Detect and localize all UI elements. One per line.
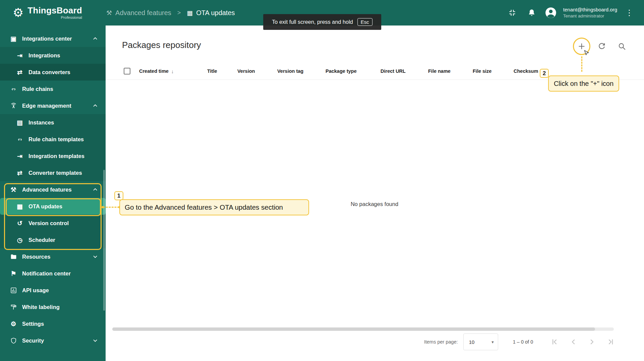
kebab-menu-icon[interactable]: ⋮ [625, 8, 634, 17]
sidebar-item-resources[interactable]: Resources [0, 248, 106, 265]
notifications-button[interactable] [525, 6, 538, 19]
column-header-file-size[interactable]: File size [473, 62, 491, 80]
column-header-created-time[interactable]: Created time ↓ [139, 62, 174, 80]
sidebar-item-notification-center[interactable]: ⚑ Notification center [0, 265, 106, 282]
next-page-button[interactable] [585, 334, 599, 349]
sidebar-scrollbar[interactable] [103, 170, 105, 311]
sidebar-item-label: Resources [22, 254, 50, 260]
rule-chains-icon: ‹·› [9, 87, 17, 91]
column-header-checksum[interactable]: Checksum [514, 62, 538, 80]
converter-templates-icon: ⇄ [16, 170, 24, 176]
sidebar-item-label: API usage [22, 287, 49, 294]
exit-fullscreen-button[interactable] [506, 6, 519, 19]
integrations-icon: ⇥ [16, 52, 24, 59]
select-caret-icon: ▾ [491, 340, 494, 345]
paginator: Items per page: 10 ▾ 1 – 0 of 0 [424, 333, 618, 351]
search-icon [618, 42, 626, 51]
items-per-page-value: 10 [469, 339, 475, 345]
sidebar-item-label: White labeling [22, 304, 60, 310]
sidebar-item-label: Settings [22, 321, 44, 327]
esc-key-badge: Esc [357, 18, 372, 26]
sidebar-item-integrations[interactable]: ⇥ Integrations [0, 47, 106, 64]
first-page-button[interactable] [547, 334, 562, 349]
previous-page-button[interactable] [566, 334, 581, 349]
sidebar-item-data-converters[interactable]: ⇄ Data converters [0, 64, 106, 81]
sidebar-item-label: Converter templates [28, 170, 82, 176]
annotation-step1-badge: 1 [114, 191, 123, 200]
annotation-step2-badge: 2 [540, 69, 549, 78]
chevron-right-icon [588, 338, 596, 346]
integrations-center-icon: ▣ [9, 36, 17, 42]
logo-title: ThingsBoard [27, 6, 82, 15]
bell-icon [527, 8, 536, 17]
chevron-down-icon [92, 253, 99, 260]
horizontal-scrollbar-thumb[interactable] [112, 327, 595, 331]
sidebar-item-security[interactable]: Security [0, 332, 106, 349]
sidebar-item-settings[interactable]: ⚙ Settings [0, 315, 106, 332]
chevron-up-icon [92, 35, 99, 42]
paint-roller-icon [9, 303, 17, 310]
pagination-controls [547, 334, 618, 349]
sort-desc-icon: ↓ [171, 68, 174, 74]
sidebar-item-label: Instances [28, 119, 54, 126]
integration-templates-icon: ⇥ [16, 153, 24, 159]
page-range-label: 1 – 0 of 0 [513, 339, 533, 345]
sidebar-item-api-usage[interactable]: API usage [0, 282, 106, 299]
column-header-file-name[interactable]: File name [428, 62, 451, 80]
user-role: Tenant administrator [563, 13, 617, 19]
annotation-dashed-connector [103, 207, 119, 208]
search-button[interactable] [615, 40, 629, 53]
last-page-button[interactable] [603, 334, 618, 349]
sidebar-item-instances[interactable]: ▤ Instances [0, 114, 106, 131]
annotation-step2-label: Click on the "+" icon [548, 75, 619, 92]
rule-chain-templates-icon: ‹·› [16, 137, 24, 142]
refresh-icon [597, 42, 606, 51]
sidebar-item-label: Edge management [22, 103, 71, 109]
column-header-package-type[interactable]: Package type [326, 62, 357, 80]
avatar[interactable] [544, 6, 557, 19]
user-info[interactable]: tenant@thingsboard.org Tenant administra… [563, 6, 617, 19]
cursor-icon [583, 50, 590, 57]
breadcrumb-section[interactable]: Advanced features [115, 9, 171, 17]
fullscreen-exit-tooltip: To exit full screen, press and hold Esc [263, 14, 381, 30]
topbar-actions: tenant@thingsboard.org Tenant administra… [506, 6, 644, 19]
logo-subtitle: Professional [27, 15, 82, 19]
column-header-title[interactable]: Title [207, 62, 217, 80]
thingsboard-logo-icon: ⚙ [13, 7, 23, 19]
advanced-features-icon: ⚒ [106, 9, 112, 17]
sidebar-item-label: Security [22, 338, 44, 344]
chart-icon [9, 287, 17, 294]
annotation-step1-label: Go to the Advanced features > OTA update… [119, 199, 309, 215]
horizontal-scrollbar [112, 327, 614, 331]
tooltip-text: To exit full screen, press and hold [272, 19, 353, 25]
column-header-version-tag[interactable]: Version tag [277, 62, 303, 80]
app-root: ⚙ ThingsBoard Professional ⚒ Advanced fe… [0, 0, 644, 361]
empty-state-text: No packages found [351, 201, 398, 207]
flag-icon: ⚑ [9, 270, 17, 277]
refresh-button[interactable] [595, 40, 608, 53]
sidebar-item-integration-templates[interactable]: ⇥ Integration templates [0, 148, 106, 164]
breadcrumb-separator-icon: > [177, 9, 181, 16]
sidebar-item-label: Data converters [28, 69, 70, 75]
select-all-checkbox[interactable] [124, 68, 130, 74]
column-header-version[interactable]: Version [237, 62, 255, 80]
sidebar-item-rule-chains[interactable]: ‹·› Rule chains [0, 81, 106, 97]
page-title: Packages repository [122, 40, 201, 50]
breadcrumb: ⚒ Advanced features > ▦ OTA updates [106, 9, 235, 17]
breadcrumb-page: OTA updates [196, 9, 235, 17]
instances-icon: ▤ [16, 119, 24, 126]
chevron-up-icon [92, 102, 99, 109]
column-header-direct-url[interactable]: Direct URL [380, 62, 406, 80]
sidebar-item-label: Integrations [28, 52, 60, 59]
sidebar-item-edge-management[interactable]: Edge management [0, 97, 106, 114]
sidebar-item-label: Notification center [22, 270, 71, 277]
sidebar-item-rule-chain-templates[interactable]: ‹·› Rule chain templates [0, 131, 106, 148]
sidebar-item-white-labeling[interactable]: White labeling [0, 299, 106, 315]
sidebar-item-integrations-center[interactable]: ▣ Integrations center [0, 30, 106, 47]
items-per-page-select[interactable]: 10 ▾ [463, 333, 498, 350]
annotation-dashed-line-vertical [581, 56, 582, 72]
sidebar-item-converter-templates[interactable]: ⇄ Converter templates [0, 164, 106, 181]
thingsboard-logo[interactable]: ⚙ ThingsBoard Professional [0, 6, 93, 19]
annotation-ota-updates-outline [6, 198, 101, 216]
user-email: tenant@thingsboard.org [563, 6, 617, 13]
